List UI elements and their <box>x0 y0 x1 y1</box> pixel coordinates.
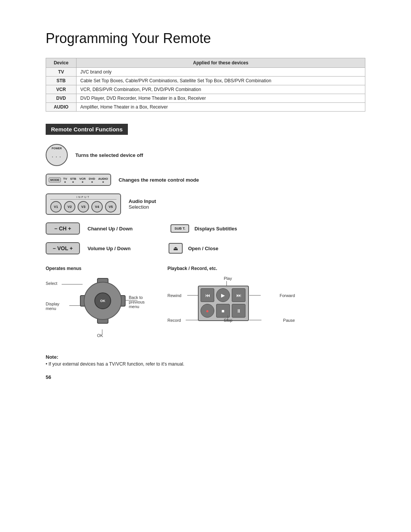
dpad-diagram: Operates menus Select Displaymenu ▲ ▼ ◀ … <box>46 266 145 343</box>
mode-items: TV STB VCR DVD AUDIO <box>63 177 108 183</box>
mode-bar[interactable]: MODE TV STB VCR DVD AUDIO <box>46 174 111 186</box>
device-cell: DVD <box>46 94 76 103</box>
note-section: Note: • If your external devices has a T… <box>46 354 365 367</box>
power-button[interactable]: POWER · · · <box>46 144 68 166</box>
stop-label: Stop <box>224 318 233 323</box>
table-header-device: Device <box>46 58 76 68</box>
vol-button[interactable]: – VOL + <box>46 242 80 254</box>
ch-button[interactable]: – CH + <box>46 222 80 235</box>
ch-function-row: – CH + Channel Up / Down SUB T. Displays… <box>46 222 365 235</box>
v4-button[interactable]: V4 <box>91 201 103 212</box>
forward-label: Forward <box>280 293 295 298</box>
input-function-row: INPUT V1 V2 V3 V4 V5 Audio Input Selecti… <box>46 193 365 215</box>
functions-area: POWER · · · Turns the selected device of… <box>46 144 365 254</box>
rewind-button[interactable]: ⏮ <box>201 288 214 302</box>
device-table: Device Applied for these devices TVJVC b… <box>46 58 365 112</box>
vol-description: Volume Up / Down <box>88 246 131 251</box>
input-description-group: Audio Input Selection <box>129 198 156 210</box>
input-main-label: Audio Input <box>129 198 156 204</box>
v-buttons: V1 V2 V3 V4 V5 <box>50 201 116 212</box>
forward-button[interactable]: ⏭ <box>232 288 245 302</box>
description-cell: Cable Set Top Boxes, Cable/PVR Combinati… <box>76 77 365 85</box>
vol-function-row: – VOL + Volume Up / Down ⏏ Open / Close <box>46 242 365 254</box>
eject-button[interactable]: ⏏ <box>169 243 183 254</box>
table-row: STBCable Set Top Boxes, Cable/PVR Combin… <box>46 77 365 85</box>
play-button[interactable]: ▶ <box>216 288 230 302</box>
description-cell: VCR, DBS/PVR Combination, PVR, DVD/PVR C… <box>76 85 365 94</box>
mode-description: Changes the remote control mode <box>119 177 199 183</box>
power-description: Turns the selected device off <box>75 152 143 158</box>
record-button[interactable]: ● <box>201 304 214 318</box>
table-row: VCRVCR, DBS/PVR Combination, PVR, DVD/PV… <box>46 85 365 94</box>
table-row: DVDDVD Player, DVD Recorder, Home Theate… <box>46 94 365 103</box>
device-cell: STB <box>46 77 76 85</box>
device-cell: AUDIO <box>46 103 76 112</box>
mode-function-row: MODE TV STB VCR DVD AUDIO Changes the re… <box>46 174 365 186</box>
playback-diagram: Playback / Record, etc. ⏮ ▶ ⏭ ● ■ ⏸ Play… <box>167 266 297 343</box>
note-title: Note: <box>46 354 365 360</box>
device-cell: VCR <box>46 85 76 94</box>
pause-button[interactable]: ⏸ <box>232 304 245 318</box>
v2-button[interactable]: V2 <box>64 201 75 212</box>
table-row: AUDIOAmplifier, Home Theater in a Box, R… <box>46 103 365 112</box>
table-header-applied: Applied for these devices <box>76 58 365 68</box>
back-label: Back topreviousmenu <box>129 295 145 309</box>
note-text: • If your external devices has a TV/VCR … <box>46 361 365 367</box>
subtitles-description: Displays Subtitles <box>194 226 237 232</box>
dpad-ok[interactable]: OK <box>94 292 111 309</box>
description-cell: JVC brand only <box>76 68 365 77</box>
input-selector[interactable]: INPUT V1 V2 V3 V4 V5 <box>46 193 121 215</box>
display-menu-label: Displaymenu <box>46 302 59 311</box>
v5-button[interactable]: V5 <box>105 201 116 212</box>
page-number: 56 <box>46 374 365 380</box>
description-cell: DVD Player, DVD Recorder, Home Theater i… <box>76 94 365 103</box>
v1-button[interactable]: V1 <box>50 201 62 212</box>
pause-label: Pause <box>283 318 295 323</box>
playback-cluster: ⏮ ▶ ⏭ ● ■ ⏸ <box>198 286 249 321</box>
section-header: Remote Control Functions <box>46 124 365 144</box>
rewind-label: Rewind <box>167 293 182 298</box>
section-title: Remote Control Functions <box>46 124 128 135</box>
select-label: Select <box>46 281 57 286</box>
playback-title: Playback / Record, etc. <box>167 266 297 271</box>
eject-description: Open / Close <box>188 246 218 251</box>
play-label: Play <box>224 276 232 281</box>
ch-description: Channel Up / Down <box>88 226 132 232</box>
record-label: Record <box>167 318 181 323</box>
sub-t-button[interactable]: SUB T. <box>170 224 189 233</box>
device-cell: TV <box>46 68 76 77</box>
table-row: TVJVC brand only <box>46 68 365 77</box>
v3-button[interactable]: V3 <box>78 201 89 212</box>
power-function-row: POWER · · · Turns the selected device of… <box>46 144 365 166</box>
page-title: Programming Your Remote <box>46 30 365 46</box>
input-sub-label: Selection <box>129 204 156 210</box>
diagrams-area: Operates menus Select Displaymenu ▲ ▼ ◀ … <box>46 266 365 343</box>
description-cell: Amplifier, Home Theater in a Box, Receiv… <box>76 103 365 112</box>
dpad-title: Operates menus <box>46 266 145 271</box>
